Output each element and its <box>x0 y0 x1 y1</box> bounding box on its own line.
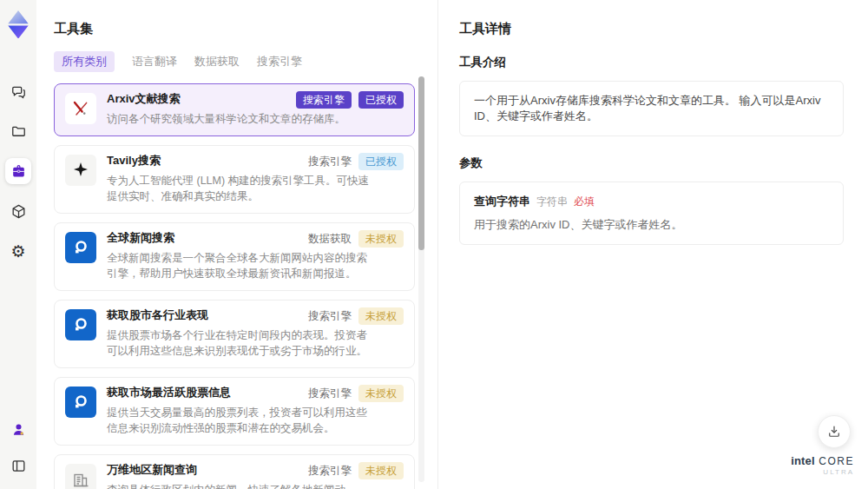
card-body: Tavily搜索搜索引擎已授权专为人工智能代理 (LLM) 构建的搜索引擎工具。… <box>107 153 404 204</box>
brand-core: core <box>819 455 854 467</box>
tool-name: 获取市场最活跃股票信息 <box>107 385 231 400</box>
tool-name: Arxiv文献搜索 <box>107 91 181 106</box>
param-header: 查询字符串 字符串 必填 <box>474 194 829 209</box>
card-body: 全球新闻搜索数据获取未授权全球新闻搜索是一个聚合全球各大新闻网站内容的搜索引擎，… <box>107 230 404 281</box>
left-rail: ⚙ <box>0 0 36 489</box>
tools-panel: 工具集 所有类别语言翻译数据获取搜索引擎 Arxiv文献搜索搜索引擎已授权访问各… <box>36 0 438 489</box>
intro-heading: 工具介绍 <box>459 55 844 70</box>
category-tab[interactable]: 搜索引擎 <box>257 51 302 72</box>
tool-card[interactable]: 获取股市各行业表现搜索引擎未授权提供股票市场各个行业在特定时间段内的表现。投资者… <box>54 300 415 368</box>
download-icon <box>826 424 842 439</box>
panel-toggle-icon[interactable] <box>5 453 31 479</box>
param-name: 查询字符串 <box>474 194 530 209</box>
rail-bottom <box>5 416 31 479</box>
auth-badge: 已授权 <box>358 91 404 109</box>
tool-name: 全球新闻搜索 <box>107 230 174 245</box>
category-tabs: 所有类别语言翻译数据获取搜索引擎 <box>54 51 415 72</box>
auth-badge: 未授权 <box>358 230 404 248</box>
param-box: 查询字符串 字符串 必填 用于搜索的Arxiv ID、关键字或作者姓名。 <box>459 182 844 245</box>
tool-description: 专为人工智能代理 (LLM) 构建的搜索引擎工具。可快速提供实时、准确和真实的结… <box>107 173 404 204</box>
category-label: 搜索引擎 <box>308 387 352 401</box>
tool-card[interactable]: 全球新闻搜索数据获取未授权全球新闻搜索是一个聚合全球各大新闻网站内容的搜索引擎，… <box>54 222 415 291</box>
detail-title: 工具详情 <box>459 21 844 37</box>
category-badge: 搜索引擎 <box>296 91 352 109</box>
settings-icon[interactable]: ⚙ <box>5 238 31 264</box>
rail-nav: ⚙ <box>5 78 31 264</box>
category-tab[interactable]: 语言翻译 <box>132 51 177 72</box>
card-badges: 搜索引擎未授权 <box>301 385 404 402</box>
param-type: 字符串 <box>536 195 568 209</box>
brand-intel: intel <box>791 454 815 467</box>
intel-core-logo: intel core ultra <box>791 453 854 477</box>
auth-badge: 已授权 <box>358 153 404 170</box>
card-badges: 搜索引擎已授权 <box>289 91 404 109</box>
tool-intro-text: 一个用于从Arxiv存储库搜索科学论文和文章的工具。 输入可以是Arxiv ID… <box>474 94 820 122</box>
tool-intro-box: 一个用于从Arxiv存储库搜索科学论文和文章的工具。 输入可以是Arxiv ID… <box>459 81 844 136</box>
tool-name: 获取股市各行业表现 <box>107 307 208 322</box>
card-body: 获取市场最活跃股票信息搜索引擎未授权提供当天交易量最高的股票列表，投资者可以利用… <box>107 385 404 436</box>
tool-card[interactable]: 获取市场最活跃股票信息搜索引擎未授权提供当天交易量最高的股票列表，投资者可以利用… <box>54 377 415 446</box>
auth-badge: 未授权 <box>358 307 404 325</box>
auth-badge: 未授权 <box>358 385 404 402</box>
user-avatar-icon[interactable] <box>5 416 31 442</box>
card-badges: 搜索引擎未授权 <box>301 307 404 325</box>
card-body: Arxiv文献搜索搜索引擎已授权访问各个研究领域大量科学论文和文章的存储库。 <box>107 91 404 127</box>
chat-icon[interactable] <box>5 78 31 104</box>
category-label: 数据获取 <box>308 232 352 247</box>
news-api-logo-icon <box>65 232 96 263</box>
tool-description: 提供股票市场各个行业在特定时间段内的表现。投资者可以利用这些信息来识别表现优于或… <box>107 327 404 359</box>
category-label: 搜索引擎 <box>308 464 352 479</box>
card-body: 获取股市各行业表现搜索引擎未授权提供股票市场各个行业在特定时间段内的表现。投资者… <box>107 307 404 359</box>
params-heading: 参数 <box>459 155 844 171</box>
category-label: 搜索引擎 <box>308 155 352 169</box>
category-tab[interactable]: 所有类别 <box>54 51 115 72</box>
param-required-badge: 必填 <box>574 195 595 209</box>
download-button[interactable] <box>818 415 851 448</box>
building-news-icon <box>65 464 96 489</box>
tool-card[interactable]: 万维地区新闻查询搜索引擎未授权查询具体行政区划内的新闻，快速了解各地新闻动 <box>54 454 415 489</box>
auth-badge: 未授权 <box>358 462 404 479</box>
app-root: ⚙ 工具集 所有类别语言翻译数据获取搜索引擎 Arxiv文献搜索搜索引擎 <box>0 0 868 489</box>
scrollbar-track[interactable] <box>418 76 424 482</box>
folder-icon[interactable] <box>5 118 31 144</box>
tool-card[interactable]: Tavily搜索搜索引擎已授权专为人工智能代理 (LLM) 构建的搜索引擎工具。… <box>54 145 415 214</box>
page-title: 工具集 <box>54 21 415 37</box>
tool-description: 访问各个研究领域大量科学论文和文章的存储库。 <box>107 111 404 127</box>
tool-description: 查询具体行政区划内的新闻，快速了解各地新闻动 <box>107 482 404 489</box>
detail-panel: 工具详情 工具介绍 一个用于从Arxiv存储库搜索科学论文和文章的工具。 输入可… <box>438 0 868 489</box>
card-body: 万维地区新闻查询搜索引擎未授权查询具体行政区划内的新闻，快速了解各地新闻动 <box>107 462 404 489</box>
tool-card[interactable]: Arxiv文献搜索搜索引擎已授权访问各个研究领域大量科学论文和文章的存储库。 <box>54 83 415 136</box>
tool-name: 万维地区新闻查询 <box>107 462 197 477</box>
brand-ultra: ultra <box>791 469 854 477</box>
category-label: 搜索引擎 <box>308 309 352 324</box>
card-badges: 搜索引擎已授权 <box>301 153 404 170</box>
package-icon[interactable] <box>5 198 31 224</box>
tool-name: Tavily搜索 <box>107 153 161 168</box>
tool-list: Arxiv文献搜索搜索引擎已授权访问各个研究领域大量科学论文和文章的存储库。Ta… <box>54 83 415 489</box>
app-logo-icon[interactable] <box>6 10 30 38</box>
news-api-logo-icon <box>65 387 96 418</box>
news-api-logo-icon <box>65 309 96 340</box>
arxiv-logo-icon <box>65 93 96 124</box>
card-badges: 搜索引擎未授权 <box>301 462 404 479</box>
scrollbar-thumb[interactable] <box>418 76 424 250</box>
tavily-star-icon <box>65 155 96 186</box>
card-badges: 数据获取未授权 <box>301 230 404 248</box>
toolbox-icon[interactable] <box>5 158 31 184</box>
category-tab[interactable]: 数据获取 <box>194 51 240 72</box>
tool-description: 提供当天交易量最高的股票列表，投资者可以利用这些信息来识别流动性强的股票和潜在的… <box>107 405 404 436</box>
tool-description: 全球新闻搜索是一个聚合全球各大新闻网站内容的搜索引擎，帮助用户快速获取全球最新资… <box>107 250 404 281</box>
param-description: 用于搜索的Arxiv ID、关键字或作者姓名。 <box>474 217 829 233</box>
